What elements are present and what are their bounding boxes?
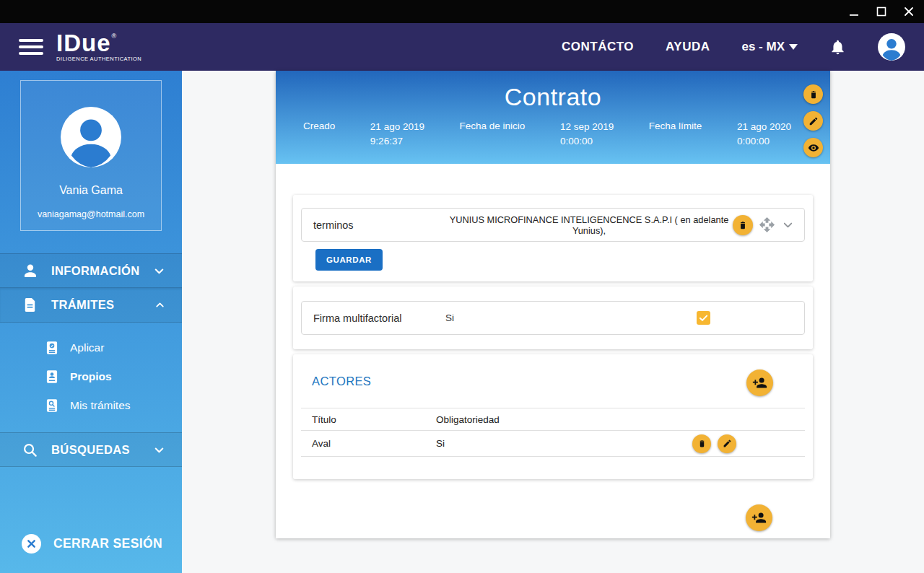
save-button[interactable]: GUARDAR	[315, 249, 383, 271]
sidebar-item-propios[interactable]: Propios	[0, 362, 182, 391]
tramites-submenu: Aplicar Propios Mis trámites	[0, 323, 182, 432]
profile-email: vaniagamag@hotmail.com	[38, 209, 144, 219]
logo-registered-mark: ®	[112, 32, 117, 40]
sidebar-item-label: TRÁMITES	[51, 298, 115, 312]
multifactor-value: Si	[445, 312, 454, 323]
floating-add-wrap	[293, 484, 813, 531]
menu-icon[interactable]	[19, 35, 43, 58]
contract-header: Contrato Creado 21 ago 20199:26:37 Fecha…	[276, 71, 830, 164]
user-avatar[interactable]	[878, 33, 905, 61]
chevron-down-icon	[152, 264, 166, 278]
chevron-down-icon[interactable]	[781, 218, 795, 232]
person-add-icon	[751, 510, 767, 525]
terms-card: terminos YUNIUS MICROFINANCE INTELIGENCE…	[293, 195, 813, 281]
pencil-icon	[808, 116, 819, 126]
add-section-button[interactable]	[746, 504, 772, 531]
nav-link-contacto[interactable]: CONTÁCTO	[562, 40, 634, 54]
navbar: IDue ® DILIGENCE AUTHENTICATION CONTÁCTO…	[0, 23, 924, 71]
multifactor-row: Firma multifactorial Si	[301, 301, 805, 335]
document-icon	[22, 297, 39, 313]
trash-icon	[697, 439, 707, 448]
delete-contract-button[interactable]	[803, 84, 823, 104]
person-icon	[22, 262, 39, 279]
terms-field-row: terminos YUNIUS MICROFINANCE INTELIGENCE…	[301, 208, 805, 242]
sidebar-item-label: INFORMACIÓN	[51, 264, 140, 278]
bell-icon[interactable]	[829, 39, 846, 56]
language-value: es - MX	[741, 40, 785, 54]
close-icon[interactable]	[904, 6, 914, 17]
person-add-icon	[752, 375, 767, 390]
meta-value-fecha-inicio: 12 sep 20190:00:00	[560, 120, 614, 149]
multifactor-card: Firma multifactorial Si	[293, 286, 813, 349]
meta-value-creado: 21 ago 20199:26:37	[370, 120, 424, 149]
page-title: Contrato	[276, 71, 830, 111]
actor-required-cell: Si	[436, 438, 445, 449]
column-header-titulo: Título	[301, 414, 436, 425]
check-icon	[698, 312, 709, 323]
sidebar-item-tramites[interactable]: TRÁMITES	[0, 288, 182, 323]
sidebar-item-aplicar[interactable]: Aplicar	[0, 333, 182, 362]
sidebar-item-busquedas[interactable]: BÚSQUEDAS	[0, 432, 182, 467]
close-circle-icon	[22, 534, 41, 554]
minimize-icon[interactable]	[849, 6, 859, 17]
meta-value-fecha-limite: 21 ago 20200:00:00	[737, 120, 791, 149]
sidebar-item-mis-tramites[interactable]: Mis trámites	[0, 391, 182, 420]
pencil-icon	[723, 439, 732, 448]
trash-icon	[808, 89, 819, 100]
actors-table-header: Título Obligatoriedad	[301, 408, 805, 431]
chevron-down-icon	[152, 443, 166, 457]
meta-label-fecha-limite: Fecha límite	[649, 120, 702, 149]
add-actor-button[interactable]	[746, 369, 773, 396]
meta-label-fecha-inicio: Fecha de inicio	[460, 120, 526, 149]
terms-field-label: terminos	[313, 219, 445, 231]
search-icon	[22, 442, 39, 458]
delete-actor-button[interactable]	[692, 434, 711, 453]
column-header-obligatoriedad: Obligatoriedad	[436, 414, 500, 425]
submenu-item-label: Mis trámites	[70, 399, 131, 412]
table-row: Aval Si	[301, 431, 805, 457]
caret-down-icon	[789, 44, 798, 50]
edit-contract-button[interactable]	[803, 111, 823, 131]
logout-label: CERRAR SESIÓN	[53, 536, 162, 551]
logo-title: IDue	[56, 32, 111, 54]
profile-card: Vania Gama vaniagamag@hotmail.com	[20, 80, 162, 231]
badge-check-icon	[45, 340, 59, 356]
os-titlebar	[0, 0, 924, 23]
nav-link-ayuda[interactable]: AYUDA	[666, 40, 710, 54]
sidebar-menu: INFORMACIÓN TRÁMITES	[0, 253, 182, 467]
sidebar: Vania Gama vaniagamag@hotmail.com INFORM…	[0, 71, 182, 573]
profile-avatar	[61, 107, 121, 167]
badge-search-icon	[45, 398, 59, 414]
sidebar-item-label: BÚSQUEDAS	[51, 443, 130, 457]
app-logo[interactable]: IDue ® DILIGENCE AUTHENTICATION	[56, 32, 141, 61]
logout-button[interactable]: CERRAR SESIÓN	[22, 534, 162, 554]
submenu-item-label: Aplicar	[70, 341, 104, 354]
meta-label-creado: Creado	[303, 120, 335, 149]
delete-term-button[interactable]	[733, 215, 753, 235]
logo-subtitle: DILIGENCE AUTHENTICATION	[56, 56, 141, 62]
trash-icon	[738, 220, 748, 230]
multifactor-checkbox[interactable]	[697, 311, 710, 325]
submenu-item-label: Propios	[70, 370, 112, 383]
contract-body: terminos YUNIUS MICROFINANCE INTELIGENCE…	[276, 164, 830, 531]
chevron-up-icon	[154, 299, 166, 311]
actors-card: ACTORES Título Obligatoriedad Aval Si	[293, 354, 813, 479]
maximize-icon[interactable]	[876, 6, 886, 17]
contract-panel: Contrato Creado 21 ago 20199:26:37 Fecha…	[276, 71, 830, 538]
sidebar-item-informacion[interactable]: INFORMACIÓN	[0, 253, 182, 288]
edit-actor-button[interactable]	[718, 434, 736, 453]
badge-person-icon	[45, 369, 59, 385]
profile-name: Vania Gama	[59, 184, 123, 197]
actors-section-title: ACTORES	[312, 375, 805, 388]
main-area: Contrato Creado 21 ago 20199:26:37 Fecha…	[182, 71, 924, 573]
terms-field-value: YUNIUS MICROFINANCE INTELIGENCENCE S.A.P…	[445, 214, 733, 236]
actor-title-cell: Aval	[301, 438, 436, 449]
contract-actions	[803, 84, 823, 157]
language-selector[interactable]: es - MX	[741, 40, 798, 54]
view-contract-button[interactable]	[803, 138, 823, 157]
multifactor-label: Firma multifactorial	[313, 312, 445, 324]
eye-icon	[808, 142, 819, 154]
contract-meta: Creado 21 ago 20199:26:37 Fecha de inici…	[276, 111, 830, 149]
actors-table: Título Obligatoriedad Aval Si	[301, 408, 805, 457]
move-icon[interactable]	[759, 216, 775, 233]
